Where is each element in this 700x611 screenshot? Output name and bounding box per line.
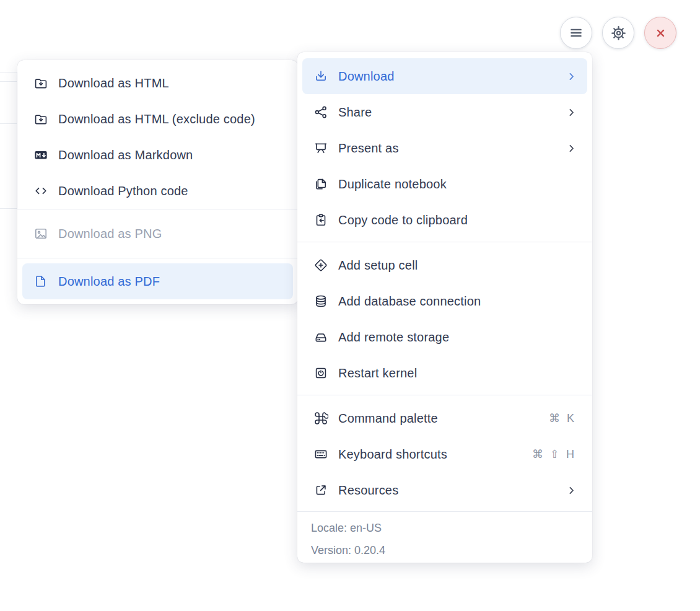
- menu-item-label: Download Python code: [58, 184, 282, 198]
- restart-icon: [313, 366, 328, 380]
- menu-section: Download as HTMLDownload as HTML (exclud…: [17, 60, 298, 209]
- presentation-icon: [313, 141, 328, 156]
- menu-item-add-database-connection[interactable]: Add database connection: [302, 283, 587, 319]
- chevron-right-icon: [567, 72, 576, 81]
- menu-item-label: Download as HTML: [58, 76, 282, 90]
- settings-button[interactable]: [602, 17, 634, 49]
- menu-item-add-setup-cell[interactable]: Add setup cell: [302, 247, 587, 283]
- menu-item-download-as-html-exclude-code[interactable]: Download as HTML (exclude code): [22, 101, 293, 137]
- background-panel-line: [0, 208, 17, 209]
- menu-section: Command palette⌘ KKeyboard shortcuts⌘ ⇧ …: [297, 395, 592, 512]
- menu-section: Download as PNG: [17, 209, 298, 258]
- shortcut-label: ⌘ K: [549, 411, 576, 425]
- chevron-right-icon: [567, 144, 576, 153]
- gear-icon: [610, 25, 627, 42]
- diamond-plus-icon: [313, 258, 328, 273]
- notebook-menu: DownloadSharePresent asDuplicate noteboo…: [297, 52, 592, 563]
- menu-item-restart-kernel[interactable]: Restart kernel: [302, 355, 587, 391]
- menu-item-label: Duplicate notebook: [338, 177, 576, 191]
- menu-button[interactable]: [560, 17, 592, 49]
- share-icon: [313, 105, 328, 120]
- background-panel-line: [0, 72, 17, 73]
- menu-item-label: Present as: [338, 141, 557, 156]
- menu-footer: Locale: en-USVersion: 0.20.4: [297, 512, 592, 563]
- background-panel-line: [0, 123, 17, 124]
- shortcut-label: ⌘ ⇧ H: [532, 447, 576, 461]
- menu-item-duplicate-notebook[interactable]: Duplicate notebook: [302, 166, 587, 202]
- menu-item-label: Download as PDF: [58, 275, 282, 289]
- duplicate-icon: [313, 177, 328, 191]
- folder-download-icon: [33, 76, 48, 90]
- menu-item-download-python-code[interactable]: Download Python code: [22, 173, 293, 209]
- close-button[interactable]: [644, 17, 676, 49]
- menu-item-copy-code-to-clipboard[interactable]: Copy code to clipboard: [302, 202, 587, 238]
- download-submenu: Download as HTMLDownload as HTML (exclud…: [17, 60, 298, 304]
- menu-section: Add setup cellAdd database connectionAdd…: [297, 242, 592, 395]
- menu-item-label: Copy code to clipboard: [338, 213, 576, 227]
- menu-item-download-as-pdf[interactable]: Download as PDF: [22, 263, 293, 299]
- close-icon: [653, 25, 668, 41]
- menu-item-label: Add setup cell: [338, 258, 576, 273]
- download-icon: [313, 69, 328, 84]
- external-link-icon: [313, 483, 328, 498]
- menu-item-label: Resources: [338, 483, 557, 498]
- image-icon: [33, 226, 48, 241]
- menu-item-label: Download as Markdown: [58, 148, 282, 162]
- clipboard-icon: [313, 213, 328, 227]
- chevron-right-icon: [567, 486, 576, 495]
- menu-item-download-as-markdown[interactable]: Download as Markdown: [22, 137, 293, 173]
- menu-item-download-as-png: Download as PNG: [22, 216, 293, 252]
- background-panel-line: [0, 81, 17, 82]
- folder-download-icon: [33, 112, 48, 126]
- menu-item-label: Share: [338, 105, 557, 120]
- menu-item-label: Add database connection: [338, 294, 576, 309]
- database-icon: [313, 294, 328, 309]
- command-icon: [313, 411, 328, 426]
- menu-item-download[interactable]: Download: [302, 58, 587, 94]
- storage-icon: [313, 330, 328, 345]
- menu-item-label: Restart kernel: [338, 366, 576, 380]
- menu-item-keyboard-shortcuts[interactable]: Keyboard shortcuts⌘ ⇧ H: [302, 436, 587, 472]
- menu-item-resources[interactable]: Resources: [302, 472, 587, 508]
- code-icon: [33, 183, 48, 198]
- menu-item-label: Add remote storage: [338, 330, 576, 345]
- menu-item-share[interactable]: Share: [302, 94, 587, 130]
- hamburger-icon: [568, 25, 584, 41]
- menu-item-label: Keyboard shortcuts: [338, 447, 522, 462]
- keyboard-icon: [313, 447, 328, 462]
- menu-item-label: Download as PNG: [58, 227, 282, 241]
- menu-item-download-as-html[interactable]: Download as HTML: [22, 65, 293, 101]
- locale-text: Locale: en-US: [297, 517, 592, 539]
- file-icon: [33, 274, 48, 289]
- menu-item-label: Command palette: [338, 411, 539, 426]
- markdown-icon: [33, 147, 48, 162]
- menu-section: DownloadSharePresent asDuplicate noteboo…: [297, 52, 592, 242]
- version-text: Version: 0.20.4: [297, 539, 592, 561]
- menu-item-command-palette[interactable]: Command palette⌘ K: [302, 400, 587, 436]
- menu-item-present-as[interactable]: Present as: [302, 130, 587, 166]
- menu-section: Download as PDF: [17, 258, 298, 304]
- menu-item-label: Download: [338, 69, 557, 84]
- menu-item-add-remote-storage[interactable]: Add remote storage: [302, 319, 587, 355]
- chevron-right-icon: [567, 108, 576, 117]
- menu-item-label: Download as HTML (exclude code): [58, 112, 282, 126]
